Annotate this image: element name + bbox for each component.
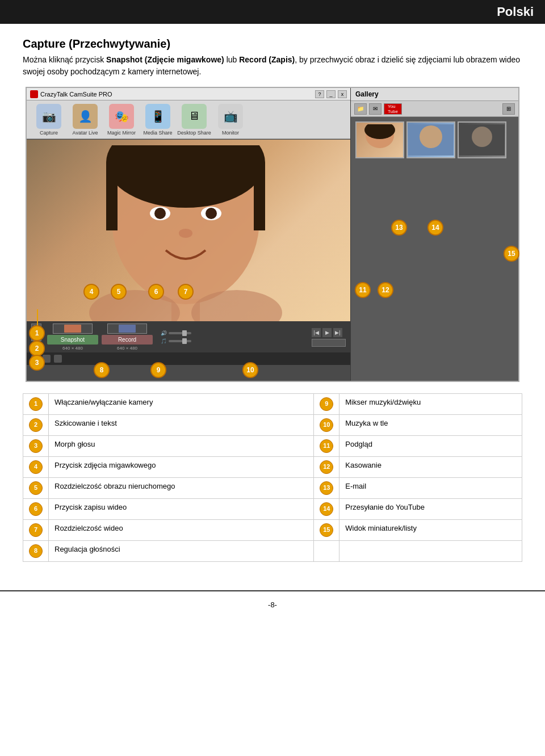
monitor-label: Monitor [222, 130, 239, 136]
row-badge-left: 1 [29, 397, 43, 411]
row-right-label [339, 541, 522, 562]
badge-13: 13 [391, 220, 407, 236]
table-row: 6Przycisk zapisu wideo14Przesyłanie do Y… [23, 499, 522, 520]
status-icon-3 [54, 355, 62, 363]
music-slider[interactable] [169, 340, 191, 342]
toolbar-magic[interactable]: 🎭 Magic Mirror [104, 104, 139, 136]
badge-3: 3 [29, 355, 45, 371]
gallery-btn-youtube[interactable]: YouTube [384, 103, 402, 115]
snapshot-control: Snapshot 640 × 480 [47, 324, 98, 351]
row-badge-right: 11 [320, 439, 333, 453]
desktop-icon: 🖥 [182, 104, 207, 129]
row-left-label: Rozdzielczość obrazu nieruchomego [49, 478, 314, 499]
gallery-view-btn[interactable]: ⊞ [502, 103, 515, 115]
playback-controls: |◀ ▶ ▶| [312, 327, 346, 347]
language-label: Polski [497, 5, 534, 19]
media-label: Media Share [143, 130, 172, 136]
row-left-num: 2 [23, 415, 49, 436]
svg-point-15 [420, 125, 442, 148]
row-left-label: Rozdzielczość wideo [49, 520, 314, 541]
gallery-thumb-3[interactable] [458, 121, 506, 158]
toolbar-capture[interactable]: 📷 Capture [31, 104, 66, 136]
row-right-label: Mikser muzyki/dźwięku [339, 394, 522, 415]
magic-label: Magic Mirror [107, 130, 136, 136]
toolbar-desktop[interactable]: 🖥 Desktop Share [177, 104, 212, 136]
svg-point-5 [154, 208, 166, 219]
play-button[interactable]: ▶ [322, 328, 332, 337]
row-right-num: 10 [314, 415, 339, 436]
svg-rect-3 [254, 162, 265, 230]
toolbar-media[interactable]: 📱 Media Share [140, 104, 175, 136]
svg-point-8 [179, 229, 192, 238]
volume-slider[interactable] [169, 332, 191, 334]
close-button[interactable]: x [338, 90, 347, 98]
row-badge-left: 4 [29, 460, 43, 474]
page-title: Capture (Przechwytywanie) [23, 37, 522, 51]
badge-1: 1 [29, 325, 45, 341]
row-right-num: 12 [314, 457, 339, 478]
row-left-label: Przycisk zapisu wideo [49, 499, 314, 520]
row-right-label: E-mail [339, 478, 522, 499]
toolbar-monitor[interactable]: 📺 Monitor [213, 104, 248, 136]
row-right-label: Przesyłanie do YouTube [339, 499, 522, 520]
row-left-label: Regulacja głośności [49, 541, 314, 562]
row-left-label: Przycisk zdjęcia migawkowego [49, 457, 314, 478]
badge-5: 5 [111, 284, 127, 300]
row-badge-right: 14 [320, 502, 333, 516]
gallery-btn-2[interactable]: ✉ [369, 103, 382, 115]
badge-14: 14 [427, 220, 443, 236]
gallery-thumb-2[interactable] [406, 121, 455, 158]
row-left-num: 3 [23, 436, 49, 457]
app-icon [30, 90, 38, 98]
bottom-controls: 📷 Snapshot 640 × 480 [27, 321, 350, 352]
badge-11: 11 [355, 282, 371, 298]
snapshot-button[interactable]: Snapshot [47, 335, 98, 345]
row-right-num: 14 [314, 499, 339, 520]
timeline-bar[interactable] [312, 339, 346, 347]
row-left-label: Szkicowanie i tekst [49, 415, 314, 436]
magic-icon: 🎭 [109, 104, 134, 129]
row-left-label: Morph głosu [49, 436, 314, 457]
row-badge-left: 5 [29, 481, 43, 495]
snapshot-resolution: 640 × 480 [62, 346, 83, 351]
gallery-thumb-1[interactable] [355, 121, 404, 158]
capture-icon: 📷 [36, 104, 61, 129]
slider-group: 🔊 🎵 [161, 330, 191, 344]
status-bar [27, 352, 350, 365]
table-row: 2Szkicowanie i tekst10Muzyka w tle [23, 415, 522, 436]
badge-2: 2 [29, 341, 45, 356]
row-badge-left: 2 [29, 418, 43, 432]
row-right-label: Muzyka w tle [339, 415, 522, 436]
gallery-btn-1[interactable]: 📁 [354, 103, 367, 115]
row-badge-right: 15 [320, 523, 333, 537]
help-button[interactable]: ? [315, 90, 324, 98]
row-right-num: 11 [314, 436, 339, 457]
table-row: 3Morph głosu11Podgląd [23, 436, 522, 457]
row-left-num: 7 [23, 520, 49, 541]
record-control: Record 640 × 480 [102, 324, 153, 351]
gallery-content [351, 117, 518, 163]
row-badge-right: 9 [320, 397, 333, 411]
language-header: Polski [0, 0, 545, 24]
gallery-toolbar: 📁 ✉ YouTube ⊞ [351, 101, 518, 117]
toolbar-avatar[interactable]: 👤 Avatar Live [68, 104, 103, 136]
row-right-num: 15 [314, 520, 339, 541]
prev-button[interactable]: |◀ [312, 328, 321, 337]
badge-4: 4 [83, 284, 99, 300]
row-right-num: 13 [314, 478, 339, 499]
minimize-button[interactable]: _ [326, 90, 336, 98]
badge-15: 15 [504, 246, 519, 262]
avatar-icon: 👤 [73, 104, 98, 129]
gallery-header: Gallery [351, 88, 518, 101]
row-left-num: 8 [23, 541, 49, 562]
desktop-label: Desktop Share [177, 130, 211, 136]
table-row: 1Włączanie/wyłączanie kamery9Mikser muzy… [23, 394, 522, 415]
next-button[interactable]: ▶| [333, 328, 342, 337]
record-button[interactable]: Record [102, 335, 153, 345]
svg-rect-2 [106, 162, 118, 230]
row-right-label: Podgląd [339, 436, 522, 457]
screenshot-container: CrazyTalk CamSuite PRO ? _ x 📷 Capture 👤… [26, 87, 519, 382]
connector-1 [37, 309, 38, 326]
row-left-num: 6 [23, 499, 49, 520]
title-bar: CrazyTalk CamSuite PRO ? _ x [27, 88, 350, 100]
